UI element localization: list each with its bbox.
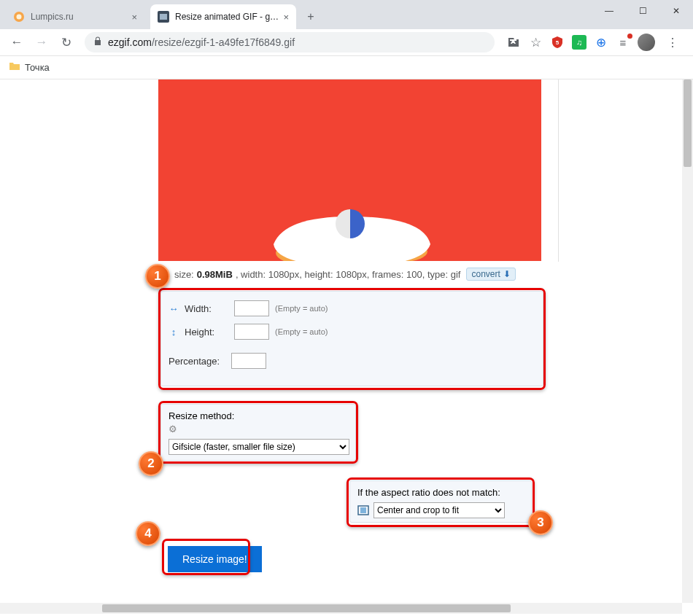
ext-list-icon[interactable]: ≡: [616, 35, 630, 50]
tab-title: Lumpics.ru: [31, 12, 127, 22]
bookmarks-bar: Точка: [0, 56, 693, 79]
ext-shield-icon[interactable]: 5: [550, 35, 565, 50]
aspect-ratio-panel: If the aspect ratio does not match: Cent…: [349, 480, 532, 523]
crop-icon: [357, 505, 369, 515]
height-icon: ↕: [169, 327, 179, 338]
scroll-thumb[interactable]: [102, 604, 511, 612]
resize-image-button[interactable]: Resize image!: [168, 546, 262, 572]
url-text: ezgif.com/resize/ezgif-1-a49fe17f6849.gi…: [108, 36, 295, 48]
width-icon: ↔: [169, 303, 179, 314]
browser-menu[interactable]: ⋮: [662, 36, 683, 50]
width-label: Width:: [185, 303, 228, 314]
download-icon: ⬇: [503, 269, 511, 279]
tab-title: Resize animated GIF - gif-man-m: [175, 12, 279, 22]
url-domain: ezgif.com: [108, 36, 152, 48]
percentage-label: Percentage:: [169, 356, 225, 367]
window-minimize[interactable]: —: [592, 0, 626, 22]
lock-icon: [93, 36, 102, 48]
gif-content: [241, 187, 460, 261]
tab-ezgif[interactable]: Resize animated GIF - gif-man-m ×: [150, 4, 296, 29]
omnibox[interactable]: ezgif.com/resize/ezgif-1-a49fe17f6849.gi…: [85, 32, 495, 52]
favicon-lumpics: [13, 11, 25, 23]
vertical-scrollbar[interactable]: [682, 79, 693, 603]
height-input[interactable]: [234, 324, 269, 340]
width-hint: (Empty = auto): [275, 304, 328, 313]
bookmark-folder[interactable]: Точка: [9, 61, 50, 74]
address-bar: ← → ↻ ezgif.com/resize/ezgif-1-a49fe17f6…: [0, 29, 693, 56]
tab-lumpics[interactable]: Lumpics.ru ×: [6, 4, 144, 29]
bookmark-label: Точка: [25, 62, 50, 73]
ext-globe-icon[interactable]: ⊕: [594, 35, 608, 50]
resize-method-panel: Resize method: ⚙ Gifsicle (faster, small…: [160, 404, 356, 461]
convert-button[interactable]: convert ⬇: [466, 268, 515, 281]
file-size: 0.98MiB: [197, 269, 233, 280]
tab-close-icon[interactable]: ×: [131, 12, 137, 23]
scroll-thumb[interactable]: [684, 79, 692, 167]
file-info: size: 0.98MiB, width: 1080px, height: 10…: [174, 268, 516, 281]
gif-preview: [158, 79, 541, 261]
translate-icon[interactable]: [506, 35, 521, 50]
badge-3: 3: [528, 510, 553, 535]
height-label: Height:: [185, 327, 228, 338]
badge-1: 1: [145, 264, 170, 289]
folder-icon: [9, 61, 20, 74]
svg-text:5: 5: [556, 39, 560, 46]
resize-method-label: Resize method:: [169, 410, 348, 421]
gear-icon[interactable]: ⚙: [169, 424, 348, 434]
aspect-select[interactable]: Center and crop to fit: [373, 502, 505, 518]
badge-2: 2: [139, 451, 163, 476]
svg-point-1: [17, 15, 22, 20]
profile-avatar[interactable]: [638, 34, 655, 51]
resize-method-select[interactable]: Gifsicle (faster, smaller file size): [169, 439, 349, 455]
dimensions-panel: ↔ Width: (Empty = auto) ↕ Height: (Empty…: [160, 291, 543, 386]
window-controls: — ☐ ✕: [592, 0, 693, 22]
window-close[interactable]: ✕: [659, 0, 693, 22]
url-path: /resize/ezgif-1-a49fe17f6849.gif: [152, 36, 295, 48]
aspect-label: If the aspect ratio does not match:: [357, 487, 524, 498]
horizontal-scrollbar[interactable]: [0, 603, 682, 614]
svg-rect-8: [360, 507, 366, 513]
svg-rect-3: [160, 14, 167, 20]
page-sidebar: [558, 79, 682, 262]
bookmark-star-icon[interactable]: ☆: [528, 35, 543, 50]
tab-close-icon[interactable]: ×: [283, 12, 289, 23]
ext-music-icon[interactable]: ♫: [572, 35, 586, 50]
nav-forward[interactable]: →: [31, 31, 53, 53]
new-tab-button[interactable]: +: [301, 7, 321, 27]
favicon-ezgif: [158, 11, 169, 23]
width-input[interactable]: [234, 300, 269, 316]
nav-reload[interactable]: ↻: [55, 31, 77, 53]
nav-back[interactable]: ←: [6, 31, 28, 53]
height-hint: (Empty = auto): [275, 327, 328, 336]
percentage-input[interactable]: [231, 353, 266, 369]
page-viewport: size: 0.98MiB, width: 1080px, height: 10…: [0, 79, 682, 603]
window-maximize[interactable]: ☐: [626, 0, 659, 22]
browser-titlebar: Lumpics.ru × Resize animated GIF - gif-m…: [0, 0, 693, 29]
badge-4: 4: [136, 521, 160, 546]
